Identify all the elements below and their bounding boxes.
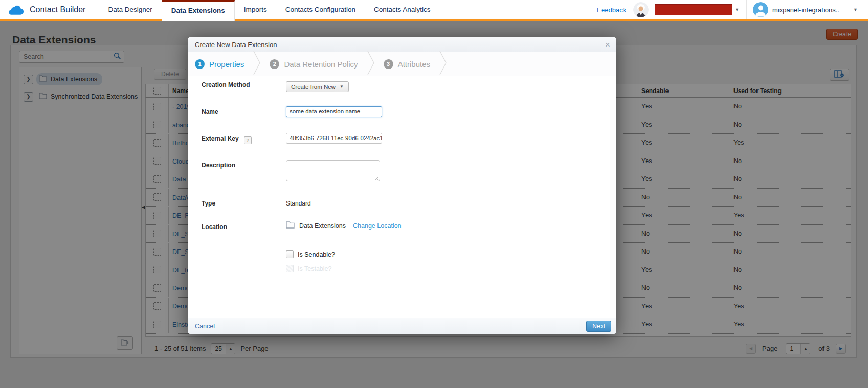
caret-down-icon: ▼: [735, 7, 739, 12]
step-separator: [367, 51, 374, 77]
type-label: Type: [202, 200, 278, 207]
step-number: 2: [270, 59, 279, 69]
einstein-avatar[interactable]: [633, 2, 649, 17]
nav-divider: [746, 0, 747, 19]
account-menu[interactable]: mixpanel-integrations... ▼: [753, 2, 861, 17]
business-unit-selector-redacted[interactable]: [655, 4, 732, 15]
location-value: Data Extensions: [299, 222, 346, 230]
is-testable-checkbox: [286, 265, 294, 272]
tab-imports[interactable]: Imports: [235, 0, 276, 19]
caret-down-icon: ▼: [340, 84, 344, 89]
wizard-steps: 1 Properties 2 Data Retention Policy 3 A…: [188, 52, 616, 76]
is-testable-label: Is Testable?: [298, 265, 331, 272]
cloud-logo-icon: [8, 4, 25, 15]
text-cursor: [361, 108, 361, 115]
name-label: Name: [202, 108, 278, 116]
app-title: Contact Builder: [30, 5, 85, 14]
external-key-input[interactable]: 48f353b6-7268-11ec-90d6-0242ac1200: [286, 133, 382, 144]
step-number: 3: [384, 59, 393, 69]
app-logo[interactable]: Contact Builder: [0, 0, 99, 19]
close-icon[interactable]: ×: [605, 40, 610, 49]
step-attributes[interactable]: 3 Attributes: [384, 59, 430, 69]
step-label: Properties: [209, 60, 244, 69]
step-number: 1: [195, 59, 205, 69]
feedback-link[interactable]: Feedback: [597, 6, 626, 14]
description-label: Description: [202, 162, 278, 169]
tab-contacts-configuration[interactable]: Contacts Configuration: [276, 0, 365, 19]
tab-data-extensions[interactable]: Data Extensions: [162, 0, 235, 21]
is-testable-row: Is Testable?: [286, 265, 331, 272]
screen: Contact Builder Data Designer Data Exten…: [0, 0, 868, 388]
step-separator: [439, 51, 447, 77]
step-label: Data Retention Policy: [284, 60, 358, 69]
account-name: mixpanel-integrations...: [772, 6, 839, 14]
step-label: Attributes: [398, 60, 430, 69]
external-key-label: External Key?: [202, 135, 278, 144]
change-location-link[interactable]: Change Location: [353, 222, 402, 230]
caret-down-icon: ▼: [853, 7, 858, 12]
creation-method-value: Create from New: [291, 84, 336, 90]
help-icon[interactable]: ?: [244, 136, 252, 144]
modal-body: Creation Method Create from New ▼ Name s…: [188, 76, 616, 319]
folder-icon: [286, 221, 295, 231]
is-sendable-checkbox[interactable]: [286, 250, 294, 258]
creation-method-label: Creation Method: [202, 81, 278, 88]
cancel-button[interactable]: Cancel: [195, 323, 215, 330]
tab-data-designer[interactable]: Data Designer: [99, 0, 161, 19]
description-textarea[interactable]: [286, 160, 380, 181]
modal-title: Create New Data Extension: [195, 41, 277, 49]
name-input-value: some data extension name: [290, 108, 360, 115]
location-label: Location: [202, 223, 278, 231]
is-sendable-row[interactable]: Is Sendable?: [286, 250, 335, 258]
user-avatar-icon: [753, 2, 768, 17]
top-nav: Contact Builder Data Designer Data Exten…: [0, 0, 868, 21]
name-input[interactable]: some data extension name: [286, 106, 382, 117]
modal-header: Create New Data Extension ×: [188, 37, 616, 52]
create-data-extension-modal: Create New Data Extension × 1 Properties…: [188, 37, 616, 334]
nav-right: Feedback ▼ mixpanel-integrations... ▼: [597, 0, 868, 19]
modal-footer: Cancel Next: [188, 318, 616, 334]
location-row: Data Extensions Change Location: [286, 221, 402, 231]
step-separator: [253, 51, 260, 77]
type-value: Standard: [286, 200, 311, 207]
tab-contacts-analytics[interactable]: Contacts Analytics: [365, 0, 439, 19]
creation-method-dropdown[interactable]: Create from New ▼: [286, 81, 349, 92]
next-button[interactable]: Next: [586, 321, 611, 332]
resize-handle[interactable]: [374, 175, 379, 180]
is-sendable-label: Is Sendable?: [298, 251, 335, 258]
step-properties[interactable]: 1 Properties: [195, 59, 244, 69]
external-key-value: 48f353b6-7268-11ec-90d6-0242ac1200: [290, 135, 382, 141]
step-data-retention-policy[interactable]: 2 Data Retention Policy: [270, 59, 358, 69]
